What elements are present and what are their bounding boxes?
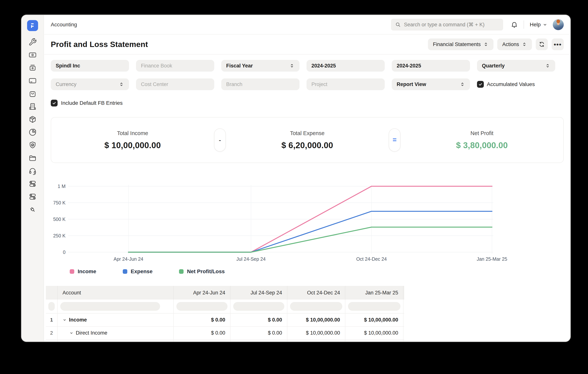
column-filter-input[interactable] — [290, 302, 342, 311]
column-header-jul-24-sep-24[interactable]: Jul 24-Sep 24 — [231, 286, 287, 299]
sidebar-item-plug-icon[interactable] — [28, 205, 37, 214]
report-group-button[interactable]: Financial Statements — [428, 38, 494, 50]
refresh-button[interactable] — [536, 38, 548, 50]
bell-icon — [511, 21, 518, 28]
table-row-direct-income: 2Direct Income$ 0.00$ 0.00$ 10,00,000.00… — [46, 327, 404, 340]
sidebar-item-cash-icon[interactable] — [28, 50, 37, 60]
filter-to-fiscal-year-text: 2024-2025 — [397, 63, 421, 69]
filter-from-fiscal-year[interactable]: 2024-2025 — [306, 60, 385, 72]
filter-row-2: CurrencyCost CenterBranchProjectReport V… — [51, 78, 564, 90]
svg-text:Jan 25-Mar 25: Jan 25-Mar 25 — [477, 256, 507, 262]
filter-company[interactable]: Spindl Inc — [51, 60, 129, 72]
row-number-header — [46, 286, 58, 299]
column-header-jan-25-mar-25[interactable]: Jan 25-Mar 25 — [345, 286, 403, 299]
filter-row-1: Spindl IncFinance BookFiscal Year2024-20… — [51, 60, 564, 72]
svg-text:Apr 24-Jun 24: Apr 24-Jun 24 — [114, 256, 143, 262]
filter-periodicity[interactable]: Quarterly — [477, 60, 555, 72]
column-header-oct-24-dec-24[interactable]: Oct 24-Dec 24 — [287, 286, 345, 299]
chevron-sort-icon — [119, 82, 124, 87]
chevron-down-icon — [543, 22, 547, 27]
legend-item-income[interactable]: Income — [70, 268, 96, 275]
svg-text:500 K: 500 K — [53, 216, 66, 222]
row-number: 3 — [46, 340, 58, 342]
sidebar-item-credit-card-icon[interactable] — [28, 76, 37, 85]
amount-cell: $ 0.00 — [231, 314, 287, 326]
filter-cost-center-text: Cost Center — [141, 82, 168, 87]
help-menu[interactable]: Help — [530, 21, 547, 28]
total-income-value: $ 10,00,000.00 — [104, 140, 161, 150]
filter-currency-text: Currency — [56, 82, 76, 87]
topbar: Accounting Search or type a command (⌘ +… — [44, 15, 570, 34]
svg-text:1 M: 1 M — [58, 184, 65, 189]
svg-text:Jul 24-Sep 24: Jul 24-Sep 24 — [236, 256, 266, 262]
filter-period-basis[interactable]: Fiscal Year — [221, 60, 299, 72]
more-menu-button[interactable]: ••• — [552, 38, 564, 50]
amount-cell: $ 0.00 — [174, 327, 231, 339]
account-cell[interactable]: Direct Income — [58, 327, 174, 339]
chevron-sort-icon — [483, 42, 489, 47]
sidebar-item-toggles-icon[interactable] — [28, 179, 37, 188]
column-filter-input[interactable] — [233, 302, 284, 311]
sidebar-item-building-icon[interactable] — [28, 102, 37, 111]
report-content: Spindl IncFinance BookFiscal Year2024-20… — [44, 60, 570, 342]
accumulated-values-checkbox[interactable] — [477, 81, 484, 88]
sidebar-item-headset-icon[interactable] — [28, 166, 37, 175]
filter-finance-book[interactable]: Finance Book — [136, 60, 214, 72]
chevron-sort-icon — [289, 63, 294, 68]
table-filter-row — [46, 299, 404, 314]
table-header-row: AccountApr 24-Jun 24Jul 24-Sep 24Oct 24-… — [46, 286, 404, 299]
filter-cost-center[interactable]: Cost Center — [136, 78, 214, 90]
minus-glyph: - — [219, 137, 221, 143]
account-cell[interactable]: Income — [58, 314, 174, 326]
sidebar-item-folder-icon[interactable] — [28, 153, 37, 162]
help-label: Help — [530, 21, 541, 28]
expand-caret-icon[interactable] — [63, 318, 67, 322]
sidebar-item-toggles-icon-2[interactable] — [28, 192, 37, 201]
account-name: Income — [69, 317, 87, 323]
sidebar-item-tools-icon[interactable] — [28, 38, 37, 47]
legend-marker — [123, 269, 127, 274]
legend-item-expense[interactable]: Expense — [123, 268, 152, 275]
column-header-account[interactable]: Account — [58, 286, 174, 299]
chevron-sort-icon — [545, 63, 550, 68]
sidebar-item-pie-chart-icon[interactable] — [28, 128, 37, 137]
user-avatar[interactable] — [553, 19, 564, 30]
account-filter-input[interactable] — [60, 302, 160, 311]
sidebar-item-package-icon[interactable] — [28, 115, 37, 124]
summary-card: Total Income $ 10,00,000.00 - Total Expe… — [51, 117, 564, 163]
erpnext-logo[interactable] — [27, 20, 38, 31]
sidebar-item-shield-check-icon[interactable] — [28, 140, 37, 150]
sidebar-item-archive-icon[interactable] — [28, 63, 37, 72]
page-title: Profit and Loss Statement — [51, 40, 148, 49]
column-filter-input[interactable] — [348, 302, 400, 311]
include-default-fb-checkbox[interactable] — [51, 100, 58, 107]
equals-glyph: = — [392, 137, 397, 143]
legend-item-net-profit-loss[interactable]: Net Profit/Loss — [179, 268, 225, 275]
svg-text:0: 0 — [63, 249, 65, 255]
chart-svg: 0250 K500 K750 K1 MApr 24-Jun 24Jul 24-S… — [51, 180, 564, 263]
package-icon — [28, 115, 37, 124]
account-cell[interactable]: Sales — [58, 340, 174, 342]
filter-input[interactable] — [48, 302, 55, 311]
credit-card-icon — [28, 76, 37, 85]
filter-branch[interactable]: Branch — [221, 78, 299, 90]
title-row: Profit and Loss Statement Financial Stat… — [44, 34, 570, 54]
sidebar-item-shopping-bag-icon[interactable] — [28, 89, 37, 98]
column-filter-input[interactable] — [176, 302, 228, 311]
search-input[interactable]: Search or type a command (⌘ + K) — [391, 19, 503, 31]
filter-from-fiscal-year-text: 2024-2025 — [311, 63, 336, 69]
column-header-apr-24-jun-24[interactable]: Apr 24-Jun 24 — [174, 286, 231, 299]
report-table: AccountApr 24-Jun 24Jul 24-Sep 24Oct 24-… — [46, 286, 404, 342]
filter-to-fiscal-year[interactable]: 2024-2025 — [392, 60, 470, 72]
filter-project[interactable]: Project — [306, 78, 385, 90]
legend-label: Net Profit/Loss — [187, 268, 225, 275]
filter-report-view[interactable]: Report View — [392, 78, 470, 90]
filter-currency[interactable]: Currency — [51, 78, 129, 90]
expand-caret-icon[interactable] — [69, 331, 74, 335]
search-icon — [395, 22, 401, 27]
amount-cell: $ 10,00,000.00 — [345, 340, 403, 342]
notifications-button[interactable] — [511, 21, 518, 28]
shield-check-icon — [28, 141, 37, 149]
filter-finance-book-text: Finance Book — [141, 63, 172, 69]
actions-button[interactable]: Actions — [497, 38, 532, 50]
